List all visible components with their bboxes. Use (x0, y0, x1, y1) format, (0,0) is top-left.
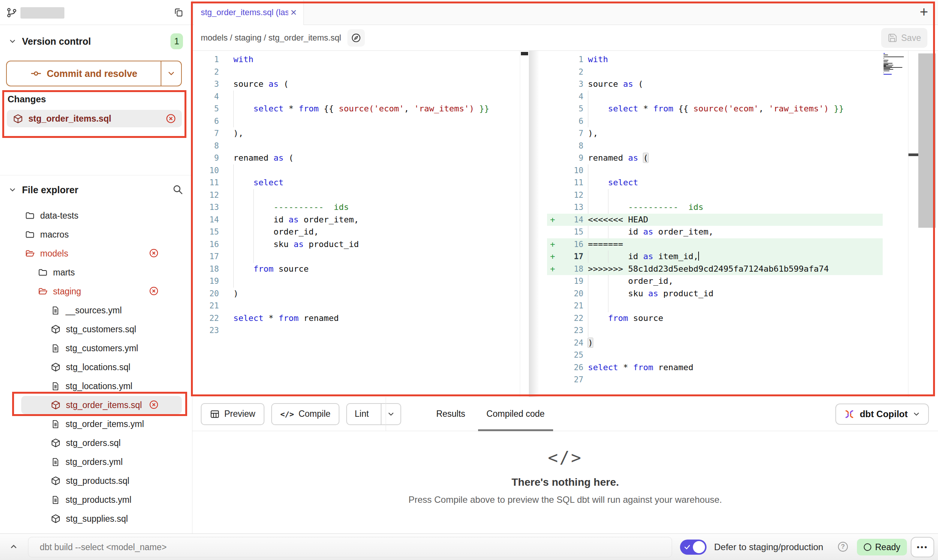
file-explorer-item[interactable]: stg_locations.yml (0, 377, 192, 396)
toggle-knob (693, 541, 705, 553)
save-button[interactable]: Save (881, 28, 927, 48)
minimap[interactable] (883, 53, 905, 77)
search-icon[interactable] (172, 184, 183, 195)
indent-guide (588, 115, 588, 128)
diff-added-marker (547, 78, 560, 91)
circle-x-icon[interactable] (149, 399, 159, 410)
indent-guide (608, 189, 608, 202)
right-pane-scrollbar-thumb[interactable] (908, 153, 918, 156)
status-badge[interactable]: Ready (857, 539, 907, 555)
code-line: 15 id as order_item, (547, 226, 883, 238)
file-name: macros (40, 230, 69, 240)
file-name: data-tests (40, 211, 78, 221)
file-explorer-item[interactable]: stg_supplies.sql (0, 509, 192, 528)
commit-and-resolve-button[interactable]: Commit and resolve (6, 61, 182, 86)
indent-guide (608, 226, 608, 238)
version-control-header[interactable]: Version control 1 (0, 30, 192, 53)
compile-button[interactable]: </> Compile (271, 403, 340, 425)
status-circle-icon (864, 543, 871, 551)
line-number: 3 (560, 78, 583, 91)
line-number: 18 (560, 263, 583, 275)
indent-guide (608, 288, 608, 300)
compass-icon[interactable] (347, 29, 365, 47)
file-explorer-item[interactable]: stg_order_items.yml (0, 415, 192, 433)
compile-button-label: Compile (299, 409, 330, 419)
command-input[interactable]: dbt build --select <model_name> (28, 537, 672, 557)
file-explorer-item[interactable]: stg_orders.yml (0, 452, 192, 471)
changes-section: Changes stg_order_items.sql (0, 94, 192, 127)
line-number: 11 (194, 177, 219, 189)
scrollbar-thumb[interactable] (521, 52, 528, 55)
circle-x-icon[interactable] (149, 286, 159, 296)
indent-guide (233, 263, 234, 275)
code-line: 11 select (194, 177, 520, 189)
lint-options-dropdown[interactable] (381, 404, 400, 424)
line-number: 27 (560, 374, 583, 386)
code-pane-left[interactable]: 1with23source as (45 select * from {{ so… (194, 53, 520, 337)
circle-x-icon[interactable] (149, 248, 159, 258)
close-icon[interactable]: × (291, 7, 297, 18)
line-number: 8 (194, 140, 219, 152)
file-explorer-item[interactable]: stg_products.yml (0, 490, 192, 509)
file-explorer-item[interactable]: models (0, 244, 192, 263)
lint-button-label[interactable]: Lint (347, 404, 376, 424)
editor-area: stg_order_items.sql (last c... × + model… (192, 0, 938, 533)
line-number: 23 (194, 324, 219, 337)
indent-guide (588, 91, 588, 103)
file-explorer-item[interactable]: stg_orders.sql (0, 433, 192, 452)
git-branch-icon[interactable] (6, 7, 17, 18)
code-line: 7), (194, 127, 520, 140)
left-pane-scrollbar[interactable] (520, 51, 529, 397)
model-icon (51, 514, 61, 524)
ellipsis-icon[interactable]: ••• (911, 537, 934, 557)
new-tab-button[interactable]: + (920, 5, 928, 19)
changed-file-row[interactable]: stg_order_items.sql (7, 110, 182, 127)
line-number: 5 (560, 103, 583, 115)
minimap-scroll-overlay[interactable] (918, 53, 936, 228)
defer-toggle[interactable] (680, 540, 707, 555)
chevron-down-icon[interactable] (8, 37, 17, 45)
copy-icon[interactable] (173, 7, 184, 18)
code-line: 4 (194, 91, 520, 103)
tab-compiled-code[interactable]: Compiled code (476, 397, 555, 431)
indent-guide (253, 201, 254, 214)
file-explorer-header[interactable]: File explorer (0, 175, 192, 204)
chevron-down-icon[interactable] (8, 186, 17, 194)
file-explorer-item[interactable]: stg_locations.sql (0, 358, 192, 377)
file-name: stg_products.yml (66, 495, 131, 505)
code-line: 7), (547, 127, 883, 140)
line-number: 17 (560, 250, 583, 263)
indent-guide (608, 300, 608, 312)
line-number: 14 (194, 214, 219, 226)
file-explorer-item[interactable]: stg_products.sql (0, 471, 192, 490)
question-circle-icon[interactable]: ? (838, 542, 848, 552)
file-explorer-list: data-testsmacrosmodelsmartsstaging__sour… (0, 204, 192, 528)
diff-added-marker (547, 324, 560, 337)
preview-button[interactable]: Preview (201, 403, 264, 425)
file-explorer-item[interactable]: stg_customers.yml (0, 339, 192, 358)
dbt-copilot-button[interactable]: dbt Copilot (835, 404, 929, 425)
file-explorer-item[interactable]: stg_customers.sql (0, 320, 192, 339)
chevron-up-icon[interactable] (8, 541, 19, 552)
file-explorer-item[interactable]: data-tests (0, 206, 192, 225)
tab-results[interactable]: Results (425, 397, 476, 431)
model-icon (51, 438, 61, 448)
file-explorer-item[interactable]: macros (0, 225, 192, 244)
floppy-icon (888, 33, 897, 43)
indent-guide (588, 250, 588, 263)
file-explorer-item[interactable]: staging (0, 282, 192, 301)
file-explorer-item[interactable]: marts (0, 263, 192, 282)
line-number: 15 (194, 226, 219, 238)
file-explorer-item[interactable]: stg_order_items.sql (0, 396, 192, 415)
line-number: 4 (194, 91, 219, 103)
indent-guide (608, 275, 608, 288)
model-icon (51, 324, 61, 334)
code-line: +16======= (547, 238, 883, 251)
file-explorer-item[interactable]: __sources.yml (0, 301, 192, 320)
commit-options-dropdown[interactable] (161, 61, 181, 86)
circle-x-icon[interactable] (165, 113, 177, 124)
editor-tab[interactable]: stg_order_items.sql (last c... × (194, 0, 304, 25)
check-icon (683, 544, 691, 551)
lint-button[interactable]: Lint (346, 403, 401, 425)
code-pane-right[interactable]: 1with23source as (45 select * from {{ so… (547, 53, 883, 386)
